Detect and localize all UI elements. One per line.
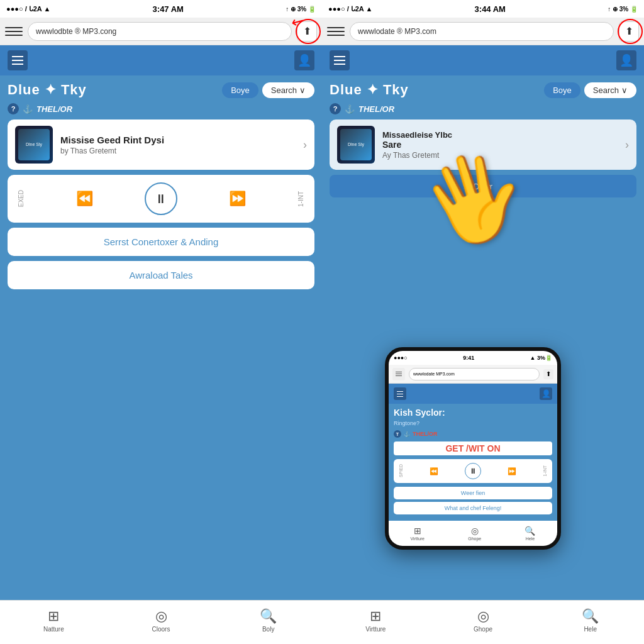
right-download-area[interactable]: Dowr [330,175,636,197]
nested-bottom-nav: ⊞ Virtture ◎ Ghope 🔍 Hele [389,521,557,546]
right-signal-dots: ●●●○ / ᒐ2A ▲ [328,5,372,13]
nested-user-icon: 👤 [540,387,552,400]
left-nav-item-boly[interactable]: 🔍 Boly [214,608,322,633]
left-boly-label: Boly [262,626,274,633]
right-hamburger-menu[interactable] [330,50,350,70]
right-album-name: Dlne Sly [348,142,364,147]
left-pause-button[interactable]: ⏸ [145,182,177,215]
left-hamburger-menu[interactable] [8,50,28,70]
right-question-text: ? [333,105,338,113]
left-rewind-button[interactable]: ⏪ [76,191,93,207]
left-signal-dots: ●●●○ / ᒐ2A ▲ [6,5,50,13]
left-app-header: 👤 [0,45,322,75]
left-cloors-icon: ◎ [155,608,167,625]
right-search-label: Search [593,86,619,95]
left-search-chevron: ∨ [299,86,306,95]
left-battery-text: ↑ ⊕ 3% 🔋 [286,6,316,13]
right-battery-info: ↑ ⊕ 3% 🔋 [608,6,638,13]
right-main-content: Dlue ✦ Tky Boye Search ∨ ? ⚓ THEL/OR Dln… [322,75,644,600]
nested-menu-link-1: Weer fien [394,487,552,499]
right-hele-label: Hele [584,626,597,633]
right-title-row: Dlue ✦ Tky Boye Search ∨ [330,82,636,98]
nested-url-text: wwwlodate MP3.com [413,372,455,376]
right-question-icon: ? [330,103,341,114]
right-url-text: wwwlodate ® MP3.com [358,27,436,36]
nested-player-label-left: SPIED [399,464,403,477]
nested-url-bar: wwwlodate MP3.com [409,368,540,380]
left-song-card[interactable]: Dlne Sly Missise Geed Rint Dysi by Thas … [8,119,314,170]
nested-category-text: THEL/OR [413,431,438,437]
left-nav-item-natture[interactable]: ⊞ Natture [0,608,108,633]
nested-menu-btn [392,368,405,380]
nested-player: SPIED ⏪ ⏸ ⏩ 1-INT [394,459,552,483]
left-category-label: ? ⚓ THEL/OR [8,103,314,114]
left-user-icon[interactable]: 👤 [294,50,314,70]
right-url-bar[interactable]: wwwlodate ® MP3.com [350,22,614,41]
right-download-btn[interactable]: ⬆ [619,21,639,42]
right-hele-icon: 🔍 [582,608,599,625]
nested-app-title: Kish Syclor: [394,408,552,418]
right-signal-info: ●●●○ / ᒐ2A ▲ [328,5,372,13]
right-ghope-icon: ◎ [477,608,489,625]
left-url-text: wwwlodbte ® MP3.cong [36,27,116,36]
nested-nav-virtture: ⊞ Virtture [411,526,425,541]
left-natture-label: Natture [43,626,64,633]
left-player-label-right: 1-INT [297,191,304,207]
right-bottom-nav: ⊞ Virtture ◎ Ghope 🔍 Hele [322,600,644,644]
left-browser-menu[interactable] [5,23,23,40]
nested-battery: ▲ 3%🔋 [530,355,552,361]
left-forward-button[interactable]: ⏩ [229,191,246,207]
left-cloors-label: Cloors [152,626,170,633]
left-player-controls: EXED ⏪ ⏸ ⏩ 1-INT [8,175,314,223]
right-download-label: Dowr [474,182,492,191]
left-album-art: Dlne Sly [15,126,53,164]
right-nav-item-virtture[interactable]: ⊞ Virtture [322,608,430,633]
left-menu-link-1[interactable]: Serrst Conertoxer & Anding [8,228,314,256]
left-question-icon: ? [8,103,19,114]
right-song-card[interactable]: Dlne Sly Missaedleise Ylbc Sare Ay Thas … [330,119,636,170]
right-category-text: THEL/OR [358,104,394,114]
nested-song-highlight: GET /WIT ON [394,441,552,455]
left-title-row: Dlue ✦ Tky Boye Search ∨ [8,82,314,98]
left-browser-bar: wwwlodbte ® MP3.cong ⬆ [0,18,322,45]
nested-rewind-icon: ⏪ [430,467,438,475]
right-search-chevron: ∨ [621,86,628,95]
right-virtture-icon: ⊞ [370,608,381,625]
nested-menu-link-2: What and chef Feleng! [394,502,552,514]
nested-status-bar: ●●●○ 9:41 ▲ 3%🔋 [389,351,557,365]
nested-content-area: Kish Syclor: Ringtone? T ⚓ THEL/OR GET /… [389,404,557,521]
right-song-title2: Sare [382,140,618,150]
left-time: 3:47 AM [153,4,184,14]
right-category-label: ? ⚓ THEL/OR [330,103,636,114]
right-anchor-icon: ⚓ [345,104,355,114]
left-download-btn[interactable]: ⬆ [297,21,317,42]
nested-hele-label: Hele [526,536,535,541]
right-time: 3:44 AM [475,4,506,14]
nested-subtitle: Ringtone? [394,420,552,426]
right-nav-item-hele[interactable]: 🔍 Hele [536,608,644,633]
right-search-button[interactable]: Search ∨ [584,82,636,98]
left-nav-buttons: Boye Search ∨ [222,82,314,98]
nested-question-icon: T [394,430,401,438]
nested-nav-hele: 🔍 Hele [525,526,535,541]
left-natture-icon: ⊞ [48,608,59,625]
right-browser-menu[interactable] [327,23,345,40]
left-signal-info: ●●●○ / ᒐ2A ▲ [6,5,50,13]
nested-signal: ●●●○ [394,355,408,361]
left-bottom-nav: ⊞ Natture ◎ Cloors 🔍 Boly [0,600,322,644]
right-nav-item-ghope[interactable]: ◎ Ghope [430,608,537,633]
nested-player-label-right: 1-INT [543,465,547,477]
left-question-text: ? [11,105,16,113]
left-menu-link-2[interactable]: Awraload Tales [8,261,314,289]
right-user-icon[interactable]: 👤 [616,50,636,70]
left-nav-item-cloors[interactable]: ◎ Cloors [108,608,215,633]
left-search-button[interactable]: Search ∨ [262,82,314,98]
nested-virtture-label: Virtture [411,536,425,541]
right-album-art-inner: Dlne Sly [340,129,372,160]
left-url-bar[interactable]: wwwlodbte ® MP3.cong [28,22,292,41]
left-status-bar: ●●●○ / ᒐ2A ▲ 3:47 AM ↑ ⊕ 3% 🔋 [0,0,322,18]
nested-pause-btn: ⏸ [465,463,481,479]
left-boye-button[interactable]: Boye [222,82,258,98]
right-boye-button[interactable]: Boye [544,82,580,98]
left-song-artist: by Thas Gretemt [60,147,296,155]
